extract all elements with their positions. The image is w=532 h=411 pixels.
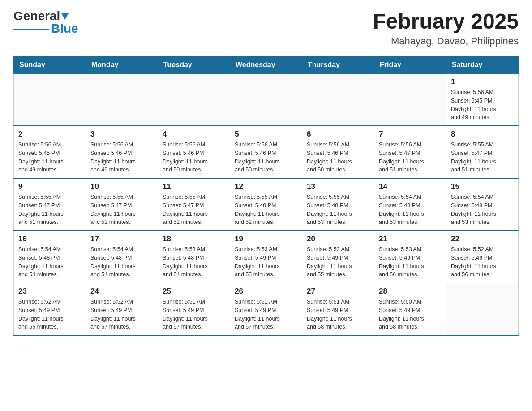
day-number: 28 — [379, 287, 442, 296]
day-info: Sunrise: 5:56 AM Sunset: 5:46 PM Dayligh… — [235, 141, 297, 174]
calendar-cell — [158, 74, 230, 126]
day-info: Sunrise: 5:53 AM Sunset: 5:49 PM Dayligh… — [307, 245, 369, 279]
day-info: Sunrise: 5:55 AM Sunset: 5:47 PM Dayligh… — [90, 193, 153, 227]
day-info: Sunrise: 5:55 AM Sunset: 5:48 PM Dayligh… — [235, 193, 297, 227]
logo-divider — [13, 29, 49, 30]
day-info: Sunrise: 5:54 AM Sunset: 5:48 PM Dayligh… — [379, 193, 442, 227]
calendar-cell: 3Sunrise: 5:56 AM Sunset: 5:46 PM Daylig… — [86, 126, 158, 178]
day-info: Sunrise: 5:51 AM Sunset: 5:49 PM Dayligh… — [307, 298, 369, 331]
day-number: 2 — [18, 130, 81, 139]
day-info: Sunrise: 5:53 AM Sunset: 5:49 PM Dayligh… — [235, 245, 297, 279]
calendar-cell: 19Sunrise: 5:53 AM Sunset: 5:49 PM Dayli… — [230, 231, 302, 283]
day-info: Sunrise: 5:56 AM Sunset: 5:45 PM Dayligh… — [18, 141, 81, 174]
day-number: 7 — [379, 130, 442, 139]
calendar-cell — [446, 283, 519, 335]
calendar-header-wednesday: Wednesday — [230, 56, 302, 74]
calendar-cell: 22Sunrise: 5:52 AM Sunset: 5:49 PM Dayli… — [446, 231, 519, 283]
calendar-week-row: 16Sunrise: 5:54 AM Sunset: 5:48 PM Dayli… — [14, 231, 519, 283]
day-info: Sunrise: 5:56 AM Sunset: 5:45 PM Dayligh… — [451, 88, 514, 122]
calendar-cell — [302, 74, 374, 126]
calendar-header-thursday: Thursday — [302, 56, 374, 74]
calendar-cell: 21Sunrise: 5:53 AM Sunset: 5:49 PM Dayli… — [374, 231, 446, 283]
day-info: Sunrise: 5:55 AM Sunset: 5:47 PM Dayligh… — [18, 193, 81, 227]
day-number: 27 — [307, 287, 369, 296]
calendar-cell: 2Sunrise: 5:56 AM Sunset: 5:45 PM Daylig… — [14, 126, 86, 178]
calendar-cell: 23Sunrise: 5:52 AM Sunset: 5:49 PM Dayli… — [14, 283, 86, 335]
calendar-cell: 16Sunrise: 5:54 AM Sunset: 5:48 PM Dayli… — [14, 231, 86, 283]
day-info: Sunrise: 5:56 AM Sunset: 5:47 PM Dayligh… — [379, 141, 442, 174]
title-block: February 2025 Mahayag, Davao, Philippine… — [373, 9, 519, 47]
day-number: 18 — [163, 235, 225, 244]
day-number: 5 — [235, 130, 297, 139]
day-number: 14 — [379, 182, 442, 191]
calendar-cell — [230, 74, 302, 126]
day-number: 3 — [90, 130, 153, 139]
day-info: Sunrise: 5:54 AM Sunset: 5:48 PM Dayligh… — [18, 245, 81, 279]
day-number: 12 — [235, 182, 297, 191]
day-number: 24 — [90, 287, 153, 296]
svg-marker-0 — [61, 13, 69, 20]
calendar-cell: 25Sunrise: 5:51 AM Sunset: 5:49 PM Dayli… — [158, 283, 230, 335]
day-number: 17 — [90, 235, 153, 244]
calendar-week-row: 2Sunrise: 5:56 AM Sunset: 5:45 PM Daylig… — [14, 126, 519, 178]
day-number: 1 — [451, 77, 514, 86]
day-number: 4 — [163, 130, 225, 139]
calendar-cell: 17Sunrise: 5:54 AM Sunset: 5:48 PM Dayli… — [86, 231, 158, 283]
calendar-week-row: 9Sunrise: 5:55 AM Sunset: 5:47 PM Daylig… — [14, 178, 519, 231]
day-info: Sunrise: 5:52 AM Sunset: 5:49 PM Dayligh… — [90, 298, 153, 331]
day-info: Sunrise: 5:55 AM Sunset: 5:47 PM Dayligh… — [163, 193, 225, 227]
day-info: Sunrise: 5:51 AM Sunset: 5:49 PM Dayligh… — [235, 298, 297, 331]
day-info: Sunrise: 5:55 AM Sunset: 5:47 PM Dayligh… — [451, 141, 514, 174]
day-number: 20 — [307, 235, 369, 244]
subtitle: Mahayag, Davao, Philippines — [373, 35, 519, 47]
calendar-cell: 20Sunrise: 5:53 AM Sunset: 5:49 PM Dayli… — [302, 231, 374, 283]
day-number: 26 — [235, 287, 297, 296]
calendar-cell: 27Sunrise: 5:51 AM Sunset: 5:49 PM Dayli… — [302, 283, 374, 335]
calendar-cell — [86, 74, 158, 126]
logo: General Blue — [13, 9, 78, 36]
calendar-header-sunday: Sunday — [14, 56, 86, 74]
calendar-table: SundayMondayTuesdayWednesdayThursdayFrid… — [13, 56, 519, 336]
calendar-cell: 13Sunrise: 5:55 AM Sunset: 5:48 PM Dayli… — [302, 178, 374, 231]
calendar-cell: 8Sunrise: 5:55 AM Sunset: 5:47 PM Daylig… — [446, 126, 519, 178]
day-info: Sunrise: 5:50 AM Sunset: 5:49 PM Dayligh… — [379, 298, 442, 331]
calendar-header-monday: Monday — [86, 56, 158, 74]
day-info: Sunrise: 5:52 AM Sunset: 5:49 PM Dayligh… — [451, 245, 514, 279]
day-number: 23 — [18, 287, 81, 296]
calendar-cell — [374, 74, 446, 126]
calendar-week-row: 1Sunrise: 5:56 AM Sunset: 5:45 PM Daylig… — [14, 74, 519, 126]
day-info: Sunrise: 5:55 AM Sunset: 5:48 PM Dayligh… — [307, 193, 369, 227]
calendar-cell: 7Sunrise: 5:56 AM Sunset: 5:47 PM Daylig… — [374, 126, 446, 178]
calendar-cell: 28Sunrise: 5:50 AM Sunset: 5:49 PM Dayli… — [374, 283, 446, 335]
day-number: 19 — [235, 235, 297, 244]
calendar-cell: 5Sunrise: 5:56 AM Sunset: 5:46 PM Daylig… — [230, 126, 302, 178]
day-number: 25 — [163, 287, 225, 296]
day-number: 15 — [451, 182, 514, 191]
calendar-cell: 6Sunrise: 5:56 AM Sunset: 5:46 PM Daylig… — [302, 126, 374, 178]
calendar-week-row: 23Sunrise: 5:52 AM Sunset: 5:49 PM Dayli… — [14, 283, 519, 335]
day-number: 13 — [307, 182, 369, 191]
logo-blue-text: Blue — [51, 21, 78, 36]
day-info: Sunrise: 5:52 AM Sunset: 5:49 PM Dayligh… — [18, 298, 81, 331]
calendar-cell — [14, 74, 86, 126]
day-number: 22 — [451, 235, 514, 244]
day-info: Sunrise: 5:56 AM Sunset: 5:46 PM Dayligh… — [163, 141, 225, 174]
day-info: Sunrise: 5:53 AM Sunset: 5:48 PM Dayligh… — [163, 245, 225, 279]
calendar-header-friday: Friday — [374, 56, 446, 74]
day-info: Sunrise: 5:53 AM Sunset: 5:49 PM Dayligh… — [379, 245, 442, 279]
main-title: February 2025 — [373, 9, 519, 34]
calendar-cell: 18Sunrise: 5:53 AM Sunset: 5:48 PM Dayli… — [158, 231, 230, 283]
calendar-cell: 11Sunrise: 5:55 AM Sunset: 5:47 PM Dayli… — [158, 178, 230, 231]
day-info: Sunrise: 5:56 AM Sunset: 5:46 PM Dayligh… — [90, 141, 153, 174]
day-info: Sunrise: 5:54 AM Sunset: 5:48 PM Dayligh… — [451, 193, 514, 227]
day-number: 10 — [90, 182, 153, 191]
day-number: 6 — [307, 130, 369, 139]
calendar-header-row: SundayMondayTuesdayWednesdayThursdayFrid… — [14, 56, 519, 74]
day-number: 8 — [451, 130, 514, 139]
calendar-cell: 9Sunrise: 5:55 AM Sunset: 5:47 PM Daylig… — [14, 178, 86, 231]
logo-arrow-icon — [61, 13, 69, 20]
calendar-cell: 1Sunrise: 5:56 AM Sunset: 5:45 PM Daylig… — [446, 74, 519, 126]
calendar-cell: 15Sunrise: 5:54 AM Sunset: 5:48 PM Dayli… — [446, 178, 519, 231]
calendar-header-saturday: Saturday — [446, 56, 519, 74]
calendar-cell: 12Sunrise: 5:55 AM Sunset: 5:48 PM Dayli… — [230, 178, 302, 231]
